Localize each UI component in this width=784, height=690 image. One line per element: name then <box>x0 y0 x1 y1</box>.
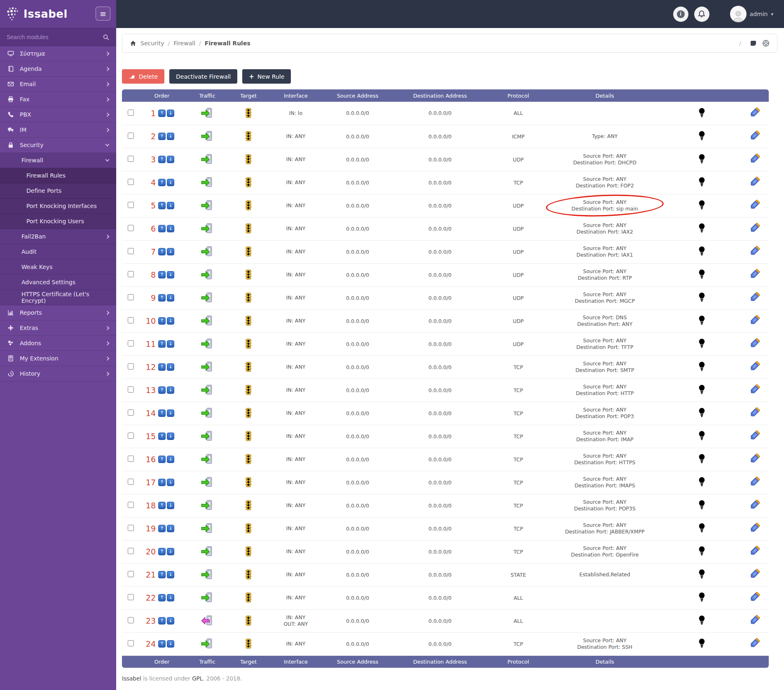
move-down-button[interactable]: ↓ <box>167 317 174 325</box>
rule-enabled-bulb[interactable] <box>698 592 706 602</box>
edit-rule-icon[interactable] <box>750 523 760 533</box>
breadcrumb-firewall[interactable]: Firewall <box>173 40 195 47</box>
move-down-button[interactable]: ↓ <box>167 248 174 255</box>
move-down-button[interactable]: ↓ <box>167 502 174 509</box>
search-icon[interactable] <box>103 34 110 41</box>
move-down-button[interactable]: ↓ <box>167 202 174 209</box>
rule-enabled-bulb[interactable] <box>698 638 706 648</box>
search-input[interactable] <box>7 34 103 40</box>
rule-enabled-bulb[interactable] <box>698 454 706 464</box>
move-down-button[interactable]: ↓ <box>167 225 174 232</box>
move-down-button[interactable]: ↓ <box>167 294 174 302</box>
sidebar-item-fax[interactable]: Fax <box>0 92 116 107</box>
move-up-button[interactable]: ↑ <box>158 110 166 117</box>
rule-enabled-bulb[interactable] <box>698 131 706 141</box>
sidebar-item-port-knocking-users[interactable]: Port Knocking Users <box>0 214 116 229</box>
row-checkbox[interactable] <box>128 409 134 416</box>
edit-rule-icon[interactable] <box>750 338 760 349</box>
move-up-button[interactable]: ↑ <box>158 248 166 255</box>
rule-enabled-bulb[interactable] <box>698 154 706 164</box>
move-up-button[interactable]: ↑ <box>158 386 166 394</box>
row-checkbox[interactable] <box>128 386 134 393</box>
move-down-button[interactable]: ↓ <box>167 433 174 440</box>
rule-enabled-bulb[interactable] <box>698 223 706 233</box>
rule-enabled-bulb[interactable] <box>698 546 706 556</box>
rule-enabled-bulb[interactable] <box>698 615 706 625</box>
edit-rule-icon[interactable] <box>750 454 760 464</box>
sidebar-item-extras[interactable]: Extras <box>0 320 116 336</box>
sidebar-item-pbx[interactable]: PBX <box>0 107 116 122</box>
row-checkbox[interactable] <box>128 525 134 531</box>
move-up-button[interactable]: ↑ <box>158 317 166 325</box>
edit-rule-icon[interactable] <box>750 500 760 510</box>
edit-rule-icon[interactable] <box>750 569 760 579</box>
delete-button[interactable]: Delete <box>122 69 164 84</box>
edit-rule-icon[interactable] <box>750 592 760 602</box>
move-down-button[interactable]: ↓ <box>167 271 174 278</box>
sidebar-item-reports[interactable]: Reports <box>0 305 116 320</box>
rule-enabled-bulb[interactable] <box>698 384 706 395</box>
edit-rule-icon[interactable] <box>750 177 760 187</box>
row-checkbox[interactable] <box>128 248 134 254</box>
sidebar-item-email[interactable]: Email <box>0 77 116 92</box>
sidebar-item-security[interactable]: Security <box>0 138 116 153</box>
sidebar-item-history[interactable]: History <box>0 366 116 381</box>
move-up-button[interactable]: ↑ <box>158 571 166 578</box>
rule-enabled-bulb[interactable] <box>698 500 706 510</box>
rule-enabled-bulb[interactable] <box>698 269 706 279</box>
edit-rule-icon[interactable] <box>750 315 760 325</box>
move-up-button[interactable]: ↑ <box>158 617 166 625</box>
sidebar-item-im[interactable]: IM <box>0 122 116 138</box>
sidebar-toggle-button[interactable]: ≡ <box>96 7 110 21</box>
user-menu[interactable]: admin ▾ <box>730 6 773 22</box>
move-up-button[interactable]: ↑ <box>158 479 166 486</box>
rule-enabled-bulb[interactable] <box>698 246 706 256</box>
row-checkbox[interactable] <box>128 340 134 346</box>
breadcrumb-security[interactable]: Security <box>140 40 164 47</box>
move-up-button[interactable]: ↑ <box>158 363 166 371</box>
new-rule-button[interactable]: + New Rule <box>242 69 291 84</box>
edit-rule-icon[interactable] <box>750 477 760 487</box>
sidebar-item-advanced-settings[interactable]: Advanced Settings <box>0 275 116 290</box>
edit-rule-icon[interactable] <box>750 246 760 256</box>
notifications-button[interactable] <box>694 7 709 22</box>
move-up-button[interactable]: ↑ <box>158 133 166 140</box>
row-checkbox[interactable] <box>128 502 134 508</box>
sidebar-item-agenda[interactable]: Agenda <box>0 61 116 77</box>
edit-rule-icon[interactable] <box>750 292 760 302</box>
move-up-button[interactable]: ↑ <box>158 502 166 509</box>
sidebar-item-addons[interactable]: Addons <box>0 336 116 351</box>
edit-rule-icon[interactable] <box>750 108 760 118</box>
move-down-button[interactable]: ↓ <box>167 456 174 463</box>
move-up-button[interactable]: ↑ <box>158 202 166 209</box>
row-checkbox[interactable] <box>128 456 134 462</box>
sidebar-item-my-extension[interactable]: My Extension <box>0 351 116 366</box>
move-down-button[interactable]: ↓ <box>167 617 174 625</box>
move-down-button[interactable]: ↓ <box>167 571 174 578</box>
move-up-button[interactable]: ↑ <box>158 225 166 232</box>
rule-enabled-bulb[interactable] <box>698 523 706 533</box>
row-checkbox[interactable] <box>128 317 134 323</box>
move-down-button[interactable]: ↓ <box>167 525 174 532</box>
row-checkbox[interactable] <box>128 202 134 208</box>
edit-rule-icon[interactable] <box>750 384 760 395</box>
move-up-button[interactable]: ↑ <box>158 640 166 648</box>
move-up-button[interactable]: ↑ <box>158 525 166 532</box>
edit-rule-icon[interactable] <box>750 131 760 141</box>
edit-rule-icon[interactable] <box>750 200 760 210</box>
move-up-button[interactable]: ↑ <box>158 294 166 302</box>
rule-enabled-bulb[interactable] <box>698 477 706 487</box>
sidebar-item-firewall[interactable]: Firewall <box>0 153 116 168</box>
move-down-button[interactable]: ↓ <box>167 386 174 394</box>
row-checkbox[interactable] <box>128 133 134 139</box>
move-down-button[interactable]: ↓ <box>167 179 174 186</box>
edit-rule-icon[interactable] <box>750 154 760 164</box>
sidebar-item-define-ports[interactable]: Define Ports <box>0 183 116 199</box>
move-up-button[interactable]: ↑ <box>158 456 166 463</box>
move-up-button[interactable]: ↑ <box>158 433 166 440</box>
row-checkbox[interactable] <box>128 433 134 439</box>
rule-enabled-bulb[interactable] <box>698 292 706 302</box>
row-checkbox[interactable] <box>128 571 134 577</box>
rule-enabled-bulb[interactable] <box>698 361 706 372</box>
row-checkbox[interactable] <box>128 156 134 162</box>
